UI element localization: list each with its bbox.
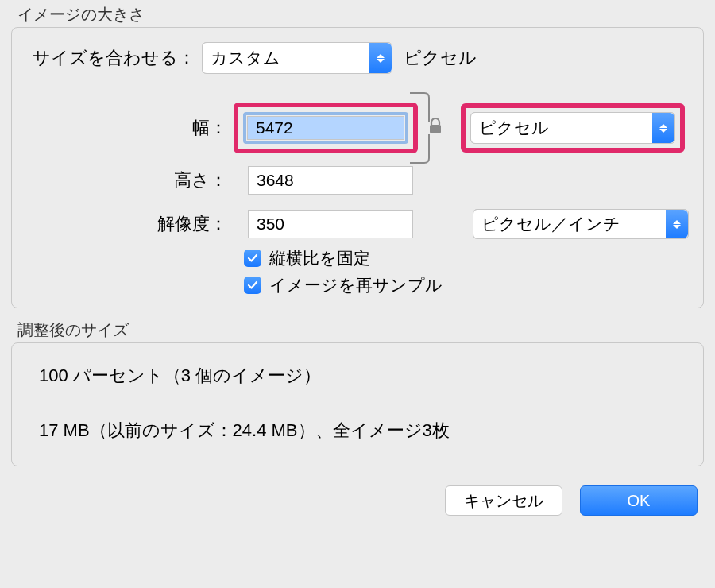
width-row: 幅： ピクセル [23, 103, 692, 153]
resolution-unit-value: ピクセル／インチ [481, 213, 643, 235]
cancel-button[interactable]: キャンセル [445, 485, 562, 516]
cancel-button-label: キャンセル [464, 490, 543, 512]
resolution-input[interactable] [248, 210, 413, 238]
aspect-lock-area [418, 114, 453, 142]
dimension-unit-highlight: ピクセル [461, 103, 685, 153]
height-input[interactable] [248, 166, 413, 195]
resample-checkbox[interactable] [244, 277, 261, 294]
lock-icon[interactable] [428, 118, 443, 138]
fit-select-value: カスタム [211, 47, 303, 69]
adjusted-percent-text: 100 パーセント（3 個のイメージ） [39, 362, 686, 389]
dimension-unit-select[interactable]: ピクセル [470, 112, 675, 144]
resample-row: イメージを再サンプル [244, 274, 692, 296]
width-focus-ring [243, 112, 408, 144]
select-arrows-icon [666, 210, 688, 238]
height-label: 高さ： [23, 168, 234, 192]
width-input[interactable] [247, 116, 404, 140]
lock-aspect-checkbox[interactable] [244, 250, 261, 267]
resolution-unit-select[interactable]: ピクセル／インチ [473, 209, 689, 239]
fit-row: サイズを合わせる： カスタム ピクセル [23, 42, 692, 74]
height-row: 高さ： [23, 166, 692, 195]
adjusted-size-group-label: 調整後のサイズ [17, 319, 704, 341]
select-arrows-icon [369, 43, 392, 73]
lock-aspect-row: 縦横比を固定 [244, 247, 692, 269]
image-size-group-label: イメージの大きさ [17, 4, 704, 25]
adjusted-filesize-text: 17 MB（以前のサイズ：24.4 MB）、全イメージ3枚 [39, 417, 686, 443]
resolution-label: 解像度： [23, 212, 234, 236]
fit-to-select[interactable]: カスタム [202, 42, 392, 74]
ok-button[interactable]: OK [580, 485, 698, 516]
image-size-group: サイズを合わせる： カスタム ピクセル 幅： [11, 27, 704, 308]
resolution-row: 解像度： ピクセル／インチ [23, 209, 692, 239]
select-arrows-icon [652, 113, 674, 143]
lock-aspect-label: 縦横比を固定 [269, 247, 370, 269]
svg-rect-0 [430, 125, 441, 133]
fit-label: サイズを合わせる： [23, 46, 202, 70]
dimension-unit-value: ピクセル [479, 117, 571, 139]
dialog-button-row: キャンセル OK [11, 485, 704, 516]
width-highlight [234, 103, 418, 153]
ok-button-label: OK [628, 492, 651, 510]
adjusted-size-group: 100 パーセント（3 個のイメージ） 17 MB（以前のサイズ：24.4 MB… [11, 342, 704, 466]
resample-label: イメージを再サンプル [269, 274, 443, 296]
fit-unit-label: ピクセル [404, 46, 477, 70]
width-label: 幅： [23, 116, 234, 140]
